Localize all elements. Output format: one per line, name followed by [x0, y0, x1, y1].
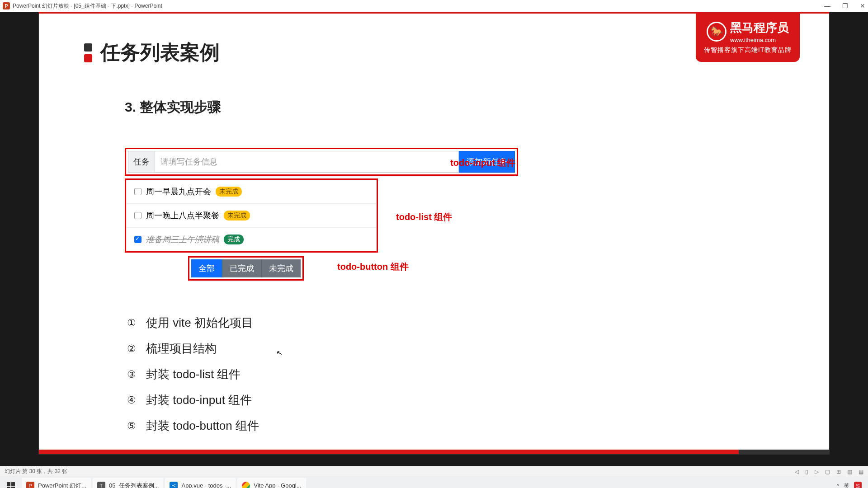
maximize-button[interactable]: ❐ [842, 2, 848, 9]
filter-all-button: 全部 [191, 259, 222, 277]
minimize-button[interactable]: — [824, 2, 830, 9]
filter-done-button: 已完成 [222, 259, 262, 277]
taskbar-item-vscode[interactable]: ≺ App.vue - todos -... [165, 478, 236, 488]
list-item: 周一晚上八点半聚餐 未完成 [126, 204, 377, 228]
view-reading-button[interactable]: ▥ [847, 469, 852, 475]
chrome-icon [242, 482, 250, 488]
step-item: ②梳理项目结构 [127, 341, 259, 357]
logo-name: 黑马程序员 [730, 20, 789, 36]
checkbox-checked-icon [134, 236, 142, 243]
logo-box: 🐎 黑马程序员 www.itheima.com 传智播客旗下高端IT教育品牌 [696, 12, 800, 62]
checkbox-icon [134, 188, 142, 195]
logo-subtitle: 传智播客旗下高端IT教育品牌 [704, 46, 792, 54]
taskbar-item-text[interactable]: T 05_任务列表案例... [93, 478, 164, 488]
tray-ime-icon[interactable]: S [854, 482, 862, 488]
system-tray: ^ 英 S [836, 482, 866, 488]
todo-button-outline: 全部 已完成 未完成 [188, 256, 304, 281]
input-label: 任务 [128, 151, 155, 173]
taskbar-item-chrome[interactable]: Vite App - Googl... [237, 478, 306, 488]
task-input: 请填写任务信息 [155, 151, 459, 173]
item-text: 准备周三上午演讲稿 [146, 234, 219, 245]
taskbar: P PowerPoint 幻灯... T 05_任务列表案例... ≺ App.… [0, 477, 868, 488]
close-button[interactable]: ✕ [860, 2, 865, 9]
slide-title: 任务列表案例 [100, 39, 220, 66]
filter-undone-button: 未完成 [262, 259, 301, 277]
item-text: 周一晚上八点半聚餐 [146, 210, 219, 221]
todo-list-outline: 周一早晨九点开会 未完成 周一晚上八点半聚餐 未完成 准备周三上午演讲稿 完成 [125, 178, 378, 253]
tray-lang[interactable]: 英 [844, 482, 849, 488]
status-badge: 未完成 [216, 187, 242, 197]
list-item: 周一早晨九点开会 未完成 [126, 180, 377, 204]
slide-title-block: 任务列表案例 [84, 39, 220, 66]
step-item: ①使用 vite 初始化项目 [127, 315, 259, 331]
window-title: PowerPoint 幻灯片放映 - [05_组件基础 - 下.pptx] - … [13, 2, 162, 10]
tray-caret-icon[interactable]: ^ [836, 483, 839, 488]
status-bar: 幻灯片 第 30 张，共 32 张 ◁ ▯ ▷ ▢ ⊞ ▥ ▤ [0, 466, 868, 477]
text-icon: T [97, 482, 105, 488]
step-item: ⑤封装 todo-button 组件 [127, 418, 259, 434]
step-item: ④封装 todo-input 组件 [127, 392, 259, 408]
annotation-button: todo-button 组件 [337, 261, 409, 273]
cursor-icon: ↖ [275, 348, 283, 358]
logo-url: www.itheima.com [730, 37, 789, 43]
steps-list: ①使用 vite 初始化项目 ②梳理项目结构 ③封装 todo-list 组件 … [127, 315, 259, 444]
view-sorter-button[interactable]: ⊞ [836, 469, 841, 475]
slide-bottom-border [39, 450, 829, 454]
view-slideshow-button[interactable]: ▤ [859, 469, 863, 475]
vscode-icon: ≺ [170, 482, 178, 488]
checkbox-icon [134, 212, 142, 219]
prev-slide-button[interactable]: ◁ [795, 469, 799, 475]
slide-counter: 幻灯片 第 30 张，共 32 张 [5, 468, 67, 475]
taskbar-item-powerpoint[interactable]: P PowerPoint 幻灯... [22, 478, 91, 488]
list-item: 准备周三上午演讲稿 完成 [126, 228, 377, 251]
presentation-area[interactable]: 🐎 黑马程序员 www.itheima.com 传智播客旗下高端IT教育品牌 任… [0, 12, 868, 466]
pen-tool-button[interactable]: ▯ [805, 469, 808, 475]
bullet-square-icon [84, 43, 92, 52]
window-titlebar: P PowerPoint 幻灯片放映 - [05_组件基础 - 下.pptx] … [0, 0, 868, 12]
step-item: ③封装 todo-list 组件 [127, 366, 259, 382]
view-normal-button[interactable]: ▢ [825, 469, 830, 475]
next-slide-button[interactable]: ▷ [815, 469, 819, 475]
status-badge: 完成 [224, 235, 244, 244]
powerpoint-icon: P [3, 2, 10, 9]
powerpoint-icon: P [26, 482, 34, 488]
item-text: 周一早晨九点开会 [146, 186, 211, 197]
start-button[interactable] [2, 477, 20, 488]
logo-circle-icon: 🐎 [707, 22, 726, 42]
annotation-list: todo-list 组件 [396, 211, 452, 223]
slide-subtitle: 3. 整体实现步骤 [125, 98, 221, 117]
status-badge: 未完成 [224, 211, 250, 221]
annotation-input: todo-input 组件 [450, 157, 515, 169]
bullet-square-icon [84, 54, 92, 62]
slide: 🐎 黑马程序员 www.itheima.com 传智播客旗下高端IT教育品牌 任… [38, 12, 830, 455]
slide-bottom-dark [739, 450, 829, 454]
